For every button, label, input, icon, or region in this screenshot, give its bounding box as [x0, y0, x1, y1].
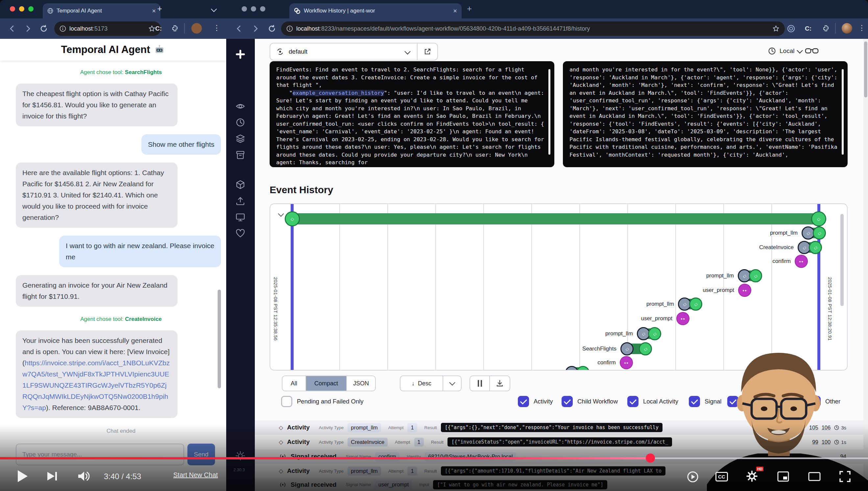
- download-button[interactable]: [489, 376, 509, 391]
- bookmark-star-icon[interactable]: [772, 25, 780, 32]
- timeline-event[interactable]: prompt_llm ◇◇: [605, 327, 661, 340]
- tab-title: Workflow History | agent-wor: [304, 7, 375, 14]
- history-clock-icon[interactable]: [236, 117, 245, 127]
- filter-child-workflow[interactable]: Child Workflow: [562, 396, 618, 407]
- extensions-puzzle-icon[interactable]: [822, 24, 830, 32]
- workflow-start-marker[interactable]: ◇: [285, 211, 300, 226]
- captions-button[interactable]: CC: [715, 472, 728, 482]
- browser-tab[interactable]: Workflow History | agent-wor ×: [289, 3, 462, 19]
- timeline-event[interactable]: SearchFlights ◇◇: [582, 342, 652, 355]
- minimize-window-button[interactable]: [19, 6, 24, 11]
- progress-playhead[interactable]: [646, 454, 655, 463]
- timeline-event[interactable]: prompt_llm ◇◇: [706, 269, 762, 282]
- temporal-nav-rail: 2.30.3: [226, 39, 255, 491]
- timeline-event[interactable]: confirm ●●: [597, 356, 633, 369]
- zoom-window-button[interactable]: [28, 6, 34, 11]
- volume-icon[interactable]: [78, 470, 91, 482]
- view-json-button[interactable]: JSON: [346, 376, 375, 391]
- filter-local-activity[interactable]: Local Activity: [627, 396, 678, 407]
- extension-c-icon[interactable]: C:: [805, 25, 811, 32]
- screen-icon[interactable]: [236, 212, 245, 222]
- sort-options-chevron[interactable]: [442, 376, 461, 391]
- prompt-code-block[interactable]: FindEvents: Find an event to travel to 2…: [270, 61, 554, 167]
- page-scrollbar-thumb[interactable]: [864, 41, 867, 97]
- layers-icon[interactable]: [236, 134, 245, 143]
- tab-search-chevron-icon[interactable]: [212, 7, 216, 12]
- workflow-execution-bar[interactable]: [292, 213, 820, 225]
- eye-icon[interactable]: [236, 102, 245, 111]
- timezone-select[interactable]: Local: [768, 44, 802, 59]
- site-info-icon[interactable]: [60, 25, 66, 32]
- namespace-icon: [276, 48, 284, 56]
- fullscreen-icon[interactable]: [839, 470, 851, 483]
- new-tab-button[interactable]: +: [467, 4, 472, 14]
- temporal-logo-icon[interactable]: [236, 49, 245, 59]
- upload-icon[interactable]: [236, 196, 245, 206]
- view-all-button[interactable]: All: [282, 376, 305, 391]
- chat-scrollbar[interactable]: [218, 290, 221, 388]
- minimize-window-button[interactable]: [251, 6, 256, 11]
- heart-icon[interactable]: [236, 228, 245, 238]
- theater-mode-icon[interactable]: [808, 472, 820, 481]
- forward-icon[interactable]: [251, 24, 260, 33]
- back-icon[interactable]: [8, 24, 17, 33]
- browser-tab[interactable]: Temporal AI Agent ×: [43, 3, 160, 19]
- reader-glasses-icon[interactable]: [805, 46, 819, 56]
- timeline-event[interactable]: prompt_llm ◇◇: [646, 297, 702, 311]
- start-new-chat-link[interactable]: Start New Chat: [173, 471, 218, 479]
- view-compact-button[interactable]: Compact: [305, 376, 346, 391]
- timeline-event[interactable]: user_prompt ●●: [641, 312, 689, 325]
- progress-bar-played[interactable]: [0, 457, 650, 459]
- conversation-code-block[interactable]: and month you're interested in for the e…: [563, 61, 848, 167]
- tab-close-icon[interactable]: ×: [453, 7, 457, 15]
- profile-avatar[interactable]: [191, 23, 202, 34]
- reload-icon[interactable]: [268, 24, 276, 33]
- external-link-icon[interactable]: [424, 48, 431, 56]
- close-window-button[interactable]: [242, 6, 247, 11]
- browser-menu-icon[interactable]: ⋮: [858, 24, 865, 32]
- collapse-timeline-chevron-icon[interactable]: [279, 211, 283, 217]
- pause-button[interactable]: [470, 376, 489, 391]
- settings-gear-icon[interactable]: HD: [746, 470, 758, 483]
- play-button-icon[interactable]: [17, 470, 28, 483]
- address-bar[interactable]: localhost:8233/namespaces/default/workfl…: [281, 21, 785, 36]
- timeline-event[interactable]: user_prompt ●●: [703, 284, 751, 297]
- section-title: Event History: [270, 184, 333, 196]
- new-tab-button[interactable]: +: [157, 4, 162, 14]
- extension-badge-icon[interactable]: [787, 24, 795, 33]
- checkbox-checked: [518, 396, 529, 407]
- checkbox-checked: [689, 396, 700, 407]
- timeline-event[interactable]: CreateInvoice ◇◇: [759, 241, 822, 254]
- timeline-event[interactable]: prompt_llm ◇◇: [534, 366, 590, 371]
- archive-box-icon[interactable]: [236, 150, 245, 160]
- bookmark-star-icon[interactable]: [148, 25, 156, 32]
- timeline-scrollbar[interactable]: [840, 214, 844, 306]
- progress-bar-remaining[interactable]: [650, 457, 868, 459]
- chat-message-list[interactable]: Agent chose tool: SearchFlights The chea…: [0, 61, 239, 444]
- next-button-icon[interactable]: [47, 470, 58, 482]
- code-scrollbar[interactable]: [842, 69, 844, 155]
- filter-activity[interactable]: Activity: [518, 396, 553, 407]
- namespace-select[interactable]: default: [270, 43, 438, 61]
- code-scrollbar[interactable]: [549, 69, 550, 155]
- filter-pending-failed[interactable]: Pending and Failed Only: [281, 396, 364, 407]
- workflow-end-marker[interactable]: ◇: [811, 211, 826, 226]
- forward-icon[interactable]: [24, 24, 32, 33]
- miniplayer-icon[interactable]: [777, 471, 789, 482]
- reload-icon[interactable]: [39, 24, 48, 33]
- back-icon[interactable]: [235, 24, 243, 33]
- profile-avatar[interactable]: [842, 23, 852, 34]
- tab-close-icon[interactable]: ×: [152, 7, 156, 15]
- address-bar[interactable]: localhost:5173: [54, 21, 161, 36]
- browser-menu-icon[interactable]: ⋮: [213, 24, 220, 32]
- timeline-event[interactable]: confirm ●●: [772, 255, 808, 268]
- autoplay-toggle-icon[interactable]: [686, 470, 699, 483]
- timeline-event[interactable]: prompt_llm ◇◇: [770, 226, 826, 239]
- close-window-button[interactable]: [10, 6, 15, 11]
- extensions-puzzle-icon[interactable]: [171, 24, 179, 32]
- site-info-icon[interactable]: [286, 25, 293, 32]
- cube-icon[interactable]: [236, 180, 245, 190]
- extension-c-icon[interactable]: C:: [155, 25, 162, 32]
- zoom-window-button[interactable]: [260, 6, 265, 11]
- sort-desc-button[interactable]: ↓Desc: [400, 376, 442, 391]
